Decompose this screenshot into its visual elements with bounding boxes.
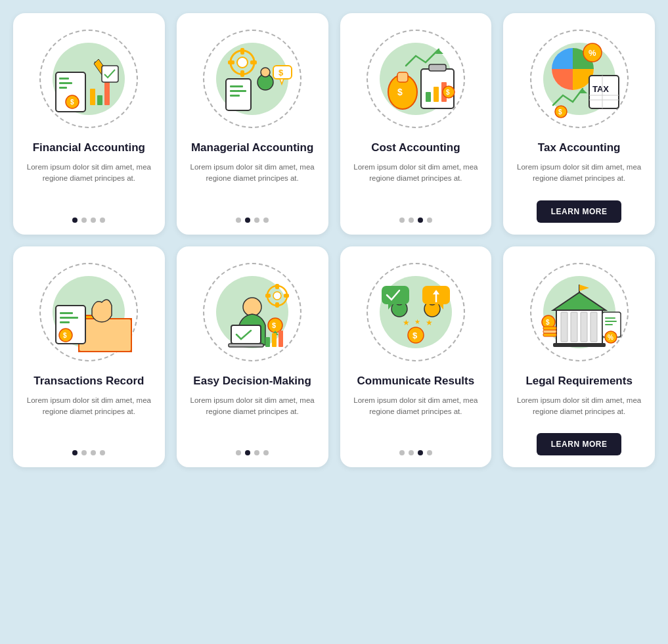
svg-rect-105 <box>543 330 556 333</box>
svg-rect-1 <box>59 78 69 80</box>
dot-3 <box>418 450 423 455</box>
card-legal-requirements: $ % Legal Requirements Lorem ipsum dolor… <box>503 246 655 468</box>
dot-4 <box>427 450 432 455</box>
svg-rect-28 <box>397 72 408 82</box>
dot-3 <box>254 450 259 455</box>
svg-marker-95 <box>579 285 589 291</box>
svg-rect-4 <box>90 89 95 105</box>
svg-text:★: ★ <box>414 318 420 325</box>
svg-rect-89 <box>571 312 577 342</box>
dot-2 <box>245 450 250 455</box>
svg-rect-16 <box>228 60 234 64</box>
svg-text:$: $ <box>412 331 418 340</box>
svg-text:$: $ <box>546 319 550 326</box>
svg-rect-101 <box>605 324 613 325</box>
svg-rect-15 <box>240 70 244 77</box>
svg-rect-90 <box>581 312 587 342</box>
icon-tax: % TAX $ <box>527 26 632 131</box>
learn-more-button-legal[interactable]: LEARN MORE <box>537 433 622 455</box>
illustration-legal: $ % <box>527 260 632 365</box>
svg-rect-23 <box>230 95 240 97</box>
svg-point-56 <box>243 298 261 316</box>
icon-financial: $ <box>36 26 141 131</box>
card-text-financial: Lorem ipsum dolor sit dim amet, mea regi… <box>25 162 153 203</box>
illustration-financial: $ <box>36 26 141 131</box>
dot-2 <box>81 218 87 223</box>
svg-rect-6 <box>104 82 110 105</box>
svg-rect-5 <box>97 95 102 105</box>
card-title-tax: Tax Accounting <box>538 141 621 155</box>
card-text-managerial: Lorem ipsum dolor sit dim amet, mea regi… <box>189 162 317 203</box>
dots-managerial <box>236 212 269 223</box>
svg-rect-17 <box>250 60 257 64</box>
svg-rect-49 <box>79 319 131 352</box>
svg-rect-32 <box>426 92 431 102</box>
svg-rect-59 <box>275 284 279 289</box>
svg-rect-53 <box>60 321 70 323</box>
card-text-tax: Lorem ipsum dolor sit dim amet, mea regi… <box>515 162 643 185</box>
card-grid: $ Financial Accounting Lorem ipsum dolor… <box>13 13 655 467</box>
svg-rect-33 <box>434 87 439 102</box>
svg-marker-26 <box>280 79 284 84</box>
card-text-transactions: Lorem ipsum dolor sit dim amet, mea regi… <box>25 395 153 436</box>
illustration-managerial: $ <box>200 26 305 131</box>
card-financial-accounting: $ Financial Accounting Lorem ipsum dolor… <box>13 13 165 235</box>
dot-2 <box>409 450 414 455</box>
card-managerial-accounting: $ Managerial Accounting Lorem ipsum dolo… <box>177 13 328 235</box>
dot-1 <box>236 218 241 223</box>
svg-text:$: $ <box>278 68 284 78</box>
svg-text:$: $ <box>446 89 450 96</box>
card-text-decision: Lorem ipsum dolor sit dim amet, mea regi… <box>189 395 317 436</box>
dot-4 <box>427 218 432 223</box>
dot-4 <box>263 450 269 455</box>
card-title-communicate: Communicate Results <box>357 374 475 388</box>
dot-3 <box>254 218 259 223</box>
illustration-transactions: $ <box>36 260 141 365</box>
dot-3 <box>418 218 423 223</box>
dot-1 <box>399 450 405 455</box>
dot-1 <box>399 218 405 223</box>
card-transactions-record: $ Transactions Record Lorem ipsum dolor … <box>13 246 165 468</box>
dot-4 <box>263 218 269 223</box>
card-title-transactions: Transactions Record <box>33 374 144 388</box>
dot-3 <box>91 450 96 455</box>
card-title-managerial: Managerial Accounting <box>191 141 313 155</box>
svg-text:$: $ <box>272 321 276 329</box>
svg-rect-2 <box>59 82 72 84</box>
card-title-decision: Easy Decision-Making <box>193 374 311 388</box>
svg-text:★: ★ <box>403 318 410 327</box>
svg-rect-91 <box>590 312 597 342</box>
dot-1 <box>236 450 241 455</box>
svg-rect-99 <box>605 317 615 319</box>
svg-rect-104 <box>543 333 556 336</box>
dot-4 <box>100 218 105 223</box>
svg-rect-60 <box>275 302 279 308</box>
dots-financial <box>72 212 105 223</box>
card-text-communicate: Lorem ipsum dolor sit dim amet, mea regi… <box>352 395 480 436</box>
svg-rect-3 <box>59 87 67 89</box>
svg-text:%: % <box>589 48 596 58</box>
icon-decision: $ <box>200 260 305 365</box>
svg-rect-21 <box>230 85 243 87</box>
svg-rect-70 <box>272 333 277 347</box>
svg-text:$: $ <box>70 99 74 106</box>
svg-text:%: % <box>608 334 613 341</box>
dot-1 <box>72 218 78 223</box>
svg-point-19 <box>261 68 270 77</box>
svg-point-13 <box>237 57 248 68</box>
card-text-cost: Lorem ipsum dolor sit dim amet, mea regi… <box>352 162 480 203</box>
icon-communicate: $ ★ ★ ★ <box>363 260 468 365</box>
dots-decision <box>236 445 269 455</box>
icon-managerial: $ <box>200 26 305 131</box>
learn-more-button-tax[interactable]: LEARN MORE <box>537 200 622 223</box>
svg-rect-52 <box>60 317 78 319</box>
svg-rect-51 <box>60 312 73 314</box>
svg-rect-22 <box>230 90 246 92</box>
svg-rect-69 <box>265 337 270 347</box>
dot-3 <box>91 218 96 223</box>
card-decision-making: $ Easy Decision-Making Lorem ipsum dolor… <box>177 246 328 468</box>
svg-text:$: $ <box>63 332 67 339</box>
svg-rect-31 <box>429 64 446 71</box>
svg-text:TAX: TAX <box>592 84 609 94</box>
illustration-cost: $ $ <box>363 26 468 131</box>
